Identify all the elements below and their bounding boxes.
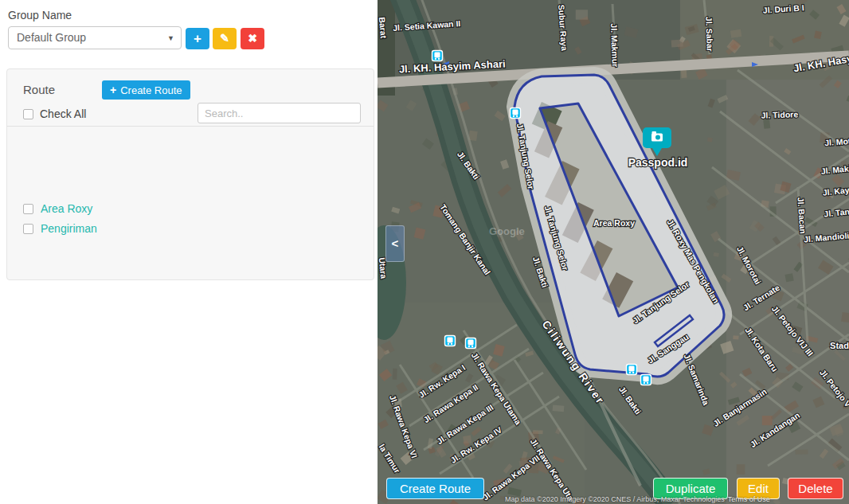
geofence-route-app: { "panel": { "group_name_label": "Group … — [0, 0, 849, 504]
bus-stop-icon[interactable] — [445, 336, 456, 346]
bus-stop-icon[interactable] — [641, 375, 651, 385]
group-name-label: Group Name — [8, 9, 72, 21]
x-icon: ✖ — [248, 32, 257, 45]
street-label: Jl. Tidore — [761, 109, 798, 120]
route-search-input[interactable] — [198, 103, 361, 123]
satellite-imagery: Jl. Setia Kawan IIJl. KH. Hasyim AshariJ… — [378, 0, 849, 504]
route-label: Area Roxy — [41, 202, 92, 215]
plus-icon: + — [110, 84, 116, 96]
street-label: Jl. Mot — [824, 136, 849, 147]
check-all-row: Check All — [23, 107, 86, 120]
plus-icon: + — [194, 31, 201, 46]
google-watermark: Google — [489, 225, 525, 237]
edit-group-button[interactable]: ✎ — [213, 28, 237, 49]
chevron-left-icon: < — [392, 236, 399, 250]
route-checkbox[interactable] — [23, 204, 33, 214]
terms-link[interactable]: Terms of Use — [728, 495, 770, 503]
map-canvas[interactable]: Jl. Setia Kawan IIJl. KH. Hasyim AshariJ… — [378, 0, 849, 504]
group-select[interactable]: Default Group ▼ — [8, 26, 182, 49]
street-label: Jl. Makmur — [609, 23, 620, 67]
bus-stop-icon[interactable] — [627, 365, 637, 375]
map-create-route-button[interactable]: Create Route — [386, 478, 484, 499]
chevron-down-icon: ▼ — [167, 28, 174, 49]
map-attribution: Map data ©2020 Imagery ©2020 CNES / Airb… — [505, 495, 847, 503]
create-route-button[interactable]: +Create Route — [102, 80, 190, 100]
bus-stop-icon[interactable] — [466, 338, 476, 349]
check-all-label: Check All — [40, 107, 86, 120]
street-label: Jl. Bakti — [617, 385, 644, 416]
street-label: Jl. Samarinda — [682, 353, 711, 407]
route-item[interactable]: Pengiriman — [23, 222, 97, 235]
left-panel: Group Name Default Group ▼ + ✎ ✖ Route +… — [0, 0, 378, 504]
route-item[interactable]: Area Roxy — [23, 202, 92, 215]
route-section-title: Route — [23, 83, 55, 96]
bus-stop-icon[interactable] — [432, 51, 443, 61]
street-label: Barat — [378, 17, 389, 39]
divider — [7, 126, 374, 127]
sidebar-collapse-button[interactable]: < — [385, 225, 405, 262]
poi-label[interactable]: Passpod.id — [628, 156, 688, 169]
street-label: Stad — [830, 341, 849, 350]
pencil-icon: ✎ — [220, 32, 229, 45]
delete-group-button[interactable]: ✖ — [241, 28, 264, 49]
add-group-button[interactable]: + — [186, 28, 209, 49]
route-area-label: Area Roxy — [593, 218, 635, 228]
route-checkbox[interactable] — [23, 224, 33, 234]
group-select-value: Default Group — [17, 31, 86, 44]
bus-stop-icon[interactable] — [511, 108, 521, 119]
check-all-checkbox[interactable] — [23, 109, 33, 119]
route-label: Pengiriman — [41, 222, 97, 235]
street-label: Jl. Sabar — [704, 17, 715, 52]
route-card: Route +Create Route Check All Area Roxy … — [6, 68, 374, 280]
